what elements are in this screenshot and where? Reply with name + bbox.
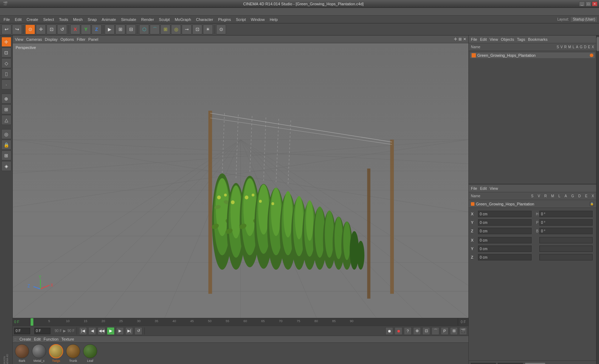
material-bark[interactable]: Bark: [15, 344, 29, 363]
menu-edit[interactable]: Edit: [13, 17, 24, 22]
cloner-button[interactable]: ⊸: [182, 24, 192, 34]
menu-render[interactable]: Render: [139, 17, 156, 22]
menu-animate[interactable]: Animate: [100, 17, 118, 22]
maximize-button[interactable]: □: [586, 1, 591, 6]
solo-button[interactable]: △: [1, 115, 11, 125]
attr-p-rot[interactable]: [539, 219, 593, 226]
mat-menu-create[interactable]: Create: [20, 337, 31, 341]
spline-button[interactable]: ⌒: [150, 24, 160, 34]
magnet-button[interactable]: ◎: [1, 129, 11, 139]
attr-sx-extra[interactable]: [539, 237, 593, 243]
viewport-canvas[interactable]: X Y Z: [13, 43, 468, 318]
frames-button[interactable]: ⊞: [450, 327, 458, 335]
rewind-button[interactable]: ◀◀: [98, 327, 105, 335]
axis-button[interactable]: ⊞: [1, 104, 11, 114]
timeline-options-button[interactable]: ⊕: [413, 327, 421, 335]
viewport[interactable]: View Cameras Display Options Filter Pane…: [13, 35, 468, 318]
render-region-button[interactable]: ⊞: [115, 24, 125, 34]
scale-tool-button[interactable]: ⊡: [46, 24, 56, 34]
obj-row-hops[interactable]: Green_Growing_Hops_Plantation: [470, 53, 595, 58]
attr-sy-extra[interactable]: [539, 246, 593, 252]
point-mode-button[interactable]: ·: [1, 79, 11, 89]
snap-button[interactable]: ⊕: [1, 94, 11, 104]
undo-button[interactable]: ↩: [1, 24, 11, 34]
menu-create[interactable]: Create: [24, 17, 40, 22]
vp-menu-filter[interactable]: Filter: [77, 37, 85, 42]
attr-menu-edit[interactable]: Edit: [480, 186, 487, 191]
step-forward-button[interactable]: ▶: [116, 327, 124, 335]
vp-menu-display[interactable]: Display: [45, 37, 57, 42]
right-scrollbar[interactable]: [596, 35, 599, 364]
attr-sx-size[interactable]: [478, 237, 532, 243]
p-button[interactable]: P: [441, 327, 449, 335]
menu-mesh[interactable]: Mesh: [71, 17, 85, 22]
mat-menu-function[interactable]: Function: [44, 337, 59, 341]
attr-menu-file[interactable]: File: [471, 186, 477, 191]
nurbs-button[interactable]: ⊞: [160, 24, 170, 34]
obj-menu-edit[interactable]: Edit: [480, 37, 487, 42]
material-twigs[interactable]: Twigs: [49, 344, 63, 363]
transform-mode-select[interactable]: Scale Move Rotate: [498, 363, 523, 364]
coord-system-select[interactable]: World Object Camera: [471, 363, 496, 364]
material-leaf[interactable]: Leaf: [83, 344, 97, 363]
attr-sz-extra[interactable]: [539, 254, 593, 260]
attr-h-rot[interactable]: [539, 211, 593, 217]
move-mode-button[interactable]: ✛: [1, 37, 11, 47]
menu-character[interactable]: Character: [194, 17, 215, 22]
vp-close-icon[interactable]: ✕: [463, 37, 466, 42]
y-axis-button[interactable]: Y: [81, 24, 91, 34]
render-anim-button[interactable]: ⊟: [126, 24, 136, 34]
menu-help[interactable]: Help: [268, 17, 280, 22]
attr-sz-size[interactable]: [478, 254, 532, 260]
attr-x-pos[interactable]: [478, 211, 532, 217]
hud-button[interactable]: ⊙: [216, 24, 226, 34]
start-frame-input[interactable]: [34, 328, 50, 334]
menu-window[interactable]: Window: [249, 17, 267, 22]
window-controls[interactable]: _ □ ✕: [579, 1, 598, 6]
apply-button[interactable]: Apply: [525, 363, 545, 364]
menu-tools[interactable]: Tools: [57, 17, 70, 22]
grid-button[interactable]: ⊞: [1, 150, 11, 160]
mat-menu-edit[interactable]: Edit: [34, 337, 41, 341]
menu-sculpt[interactable]: Sculpt: [157, 17, 172, 22]
x-axis-button[interactable]: X: [70, 24, 80, 34]
vp-menu-panel[interactable]: Panel: [88, 37, 98, 42]
attr-menu-view[interactable]: View: [490, 186, 498, 191]
layout-value[interactable]: Startup (User): [570, 16, 598, 22]
vp-expand-icon[interactable]: ✛: [454, 37, 457, 42]
menu-select[interactable]: Select: [41, 17, 56, 22]
keyframe-button[interactable]: ?: [404, 327, 412, 335]
obj-menu-view[interactable]: View: [490, 37, 498, 42]
camera-button[interactable]: ⊡: [192, 24, 202, 34]
menu-file[interactable]: File: [1, 17, 12, 22]
attr-obj-row[interactable]: Green_Growing_Hops_Plantation 🔒: [469, 200, 596, 208]
lock-button[interactable]: 🔒: [1, 140, 11, 150]
deformer-button[interactable]: ◎: [171, 24, 181, 34]
menu-simulate[interactable]: Simulate: [119, 17, 138, 22]
mat-menu-texture[interactable]: Texture: [61, 337, 74, 341]
menu-snap[interactable]: Snap: [86, 17, 99, 22]
film-button[interactable]: 🎬: [459, 327, 467, 335]
cube-button[interactable]: ⬡: [139, 24, 149, 34]
step-back-button[interactable]: ◀: [88, 327, 96, 335]
play-button[interactable]: ▶: [107, 327, 115, 335]
vp-menu-options[interactable]: Options: [60, 37, 74, 42]
redo-button[interactable]: ↪: [12, 24, 22, 34]
attr-z-pos[interactable]: [478, 228, 532, 234]
polygon-mode-button[interactable]: ◇: [1, 58, 11, 68]
mat-panel-handle[interactable]: ::: [14, 337, 17, 341]
move-tool-button[interactable]: ✛: [36, 24, 46, 34]
anim-mode-button[interactable]: ⊡: [422, 327, 430, 335]
vp-fullscreen-icon[interactable]: ⊞: [458, 37, 462, 42]
menu-plugins[interactable]: Plugins: [216, 17, 233, 22]
attr-y-pos[interactable]: [478, 219, 532, 226]
minimize-button[interactable]: _: [579, 1, 585, 6]
select-tool-button[interactable]: ⊙: [25, 24, 35, 34]
close-button[interactable]: ✕: [592, 1, 598, 6]
loop-button[interactable]: ↺: [134, 327, 142, 335]
obj-menu-objects[interactable]: Objects: [501, 37, 514, 42]
attr-lock-icon[interactable]: 🔒: [590, 202, 594, 206]
material-metal[interactable]: Metal_c: [32, 344, 46, 363]
menu-mograph[interactable]: MoGraph: [172, 17, 193, 22]
material-trunk[interactable]: Trunk: [66, 344, 80, 363]
